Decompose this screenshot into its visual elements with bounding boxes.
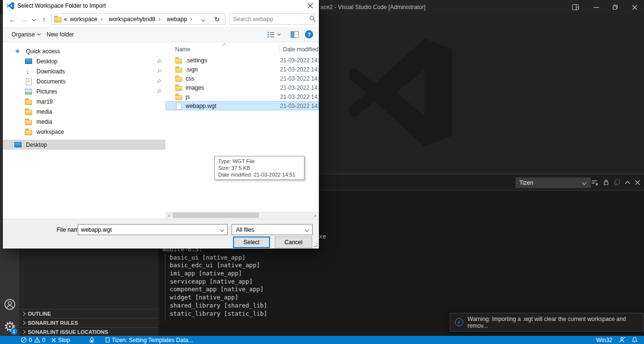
file-name-input[interactable] [78,226,221,233]
terminal-line: serviceapp [native_app] [163,278,267,286]
file-row[interactable]: js 21-03-2022 14:5 [165,92,319,101]
account-icon[interactable] [4,298,16,312]
platform-indicator[interactable]: Win32 [596,336,612,344]
scroll-left-icon[interactable]: ‹ [165,212,173,219]
breadcrumb-separator: › [101,16,103,23]
sidebar-item[interactable]: Desktop [3,56,165,66]
dialog-titlebar: Select Workspace Folder to Import [3,0,319,12]
name-column-header[interactable]: Name [175,46,190,53]
sidebar-item[interactable]: mar19 [3,96,165,107]
back-button[interactable]: ← [7,13,18,25]
scroll-right-icon[interactable]: › [312,212,319,219]
chevron-right-icon [22,321,25,325]
vscode-sidebar-section[interactable]: SONARLINT RULES [19,318,158,327]
search-input[interactable] [230,16,309,23]
view-mode-button[interactable] [267,27,280,42]
resize-grip[interactable] [313,243,318,248]
item-icon [25,98,33,105]
preview-pane-button[interactable] [291,27,299,42]
vscode-logo-watermark [346,37,457,150]
dialog-nav-row: ← → ↑ « workspace › [3,12,319,27]
folder-icon [54,16,62,23]
stop-button[interactable]: Stop [51,336,70,344]
item-icon [25,129,33,135]
window-close-button[interactable] [625,0,644,14]
file-row[interactable]: .sign 21-03-2022 14:5 [165,65,319,74]
terminal-line: widget [native_app] [163,294,267,302]
clear-terminal-icon[interactable] [590,178,599,187]
stop-x-icon [51,338,56,343]
search-box[interactable] [229,13,315,25]
restore-button[interactable] [606,0,625,14]
problems-indicator[interactable]: 0 0 [21,336,45,344]
split-terminal-icon[interactable] [613,178,621,187]
terminal-picker-dropdown[interactable]: Tizen [515,178,591,188]
settings-gear-icon[interactable]: 1 [4,320,16,334]
sonarlint-flame-icon[interactable] [89,336,94,344]
file-rows: .settings 21-03-2022 14:5 .sign 21-03-20… [165,56,319,110]
history-dropdown-icon[interactable] [30,13,38,25]
status-bar: 0 0 Stop Tizen: Setting Templates Data..… [0,336,644,344]
file-row[interactable]: images 21-03-2022 14:5 [165,83,319,92]
breadcrumb-item[interactable]: webapp › [164,16,196,23]
dialog-command-bar: Organise New folder ? [3,27,319,42]
help-button[interactable]: ? [305,27,313,42]
terminal-output[interactable]: mobile-6.5: basic_ui [native_app] basic_… [163,246,267,318]
date-column-header[interactable]: Date modified [283,46,318,53]
warning-icon [34,337,40,343]
sidebar-item[interactable]: Quick access [3,46,165,56]
file-row[interactable]: .settings 21-03-2022 14:5 [165,56,319,65]
item-icon [25,58,33,65]
column-divider[interactable] [280,44,280,54]
maximize-panel-icon[interactable] [623,178,632,187]
layout-customize-icon[interactable] [566,0,585,14]
vscode-window-title: ace2 - Visual Studio Code [Administrator… [320,0,425,14]
breadcrumb-item[interactable]: workspacehybrid8 › [106,16,164,23]
cancel-button[interactable]: Cancel [275,237,312,248]
organise-button[interactable]: Organise [12,27,40,42]
notification-toast[interactable]: i Warning: Importing a .wgt will clear t… [450,313,644,332]
sidebar-item[interactable]: media [3,117,165,127]
new-folder-button[interactable]: New folder [47,27,74,42]
file-row[interactable]: css 21-03-2022 14:5 [165,74,319,83]
close-panel-icon[interactable] [633,178,642,187]
pin-icon [156,59,162,64]
scrollbar-thumb[interactable] [173,213,259,218]
horizontal-scrollbar[interactable]: ‹ › [165,212,319,219]
vscode-sidebar-section[interactable]: OUTLINE [19,309,158,318]
bell-icon[interactable] [632,336,638,344]
sidebar-item[interactable]: workspace [3,127,165,137]
file-type-icon [175,94,182,100]
terminal-line: basic_ui [native_app] [163,254,267,262]
select-button[interactable]: Select [233,237,270,248]
sidebar-item[interactable]: Downloads [3,66,165,76]
file-type-icon [175,57,182,63]
file-type-dropdown[interactable]: All files [232,224,313,235]
file-list-pane: Name Date modified .settings 21-03-2022 … [165,42,319,219]
forward-button[interactable]: → [18,13,30,25]
refresh-button[interactable]: ↻ [209,13,225,25]
chevron-down-icon [277,32,281,35]
sidebar-item[interactable]: media [3,107,165,117]
breadcrumb-separator: › [190,16,192,23]
sidebar-item[interactable]: Documents [3,76,165,86]
minimize-button[interactable] [586,0,606,14]
pin-icon [156,79,162,84]
dialog-footer: File name: All files Select Cancel [3,219,319,249]
lock-icon[interactable] [602,178,610,187]
sidebar-item[interactable]: Desktop [3,140,165,150]
file-row[interactable]: webapp.wgt 21-03-2022 14:5 [165,101,319,110]
tizen-status-item[interactable]: Tizen: Setting Templates Data... [105,336,193,344]
address-bar[interactable]: « workspace › workspacehybrid8 › [51,13,210,25]
address-dropdown-icon[interactable] [201,18,205,22]
feedback-icon[interactable] [619,336,625,344]
dialog-close-button[interactable] [304,0,317,12]
vscode-sidebar-section[interactable]: SONARLINT ISSUE LOCATIONS [19,327,158,336]
error-icon [21,337,27,343]
sidebar-item[interactable]: Pictures [3,86,165,96]
file-name-combobox[interactable] [78,224,228,235]
breadcrumb-item[interactable]: workspace › [67,16,106,23]
up-button[interactable]: ↑ [38,13,50,25]
breadcrumb: « workspace › workspacehybrid8 › [64,16,196,23]
vscode-logo-icon [7,2,14,11]
